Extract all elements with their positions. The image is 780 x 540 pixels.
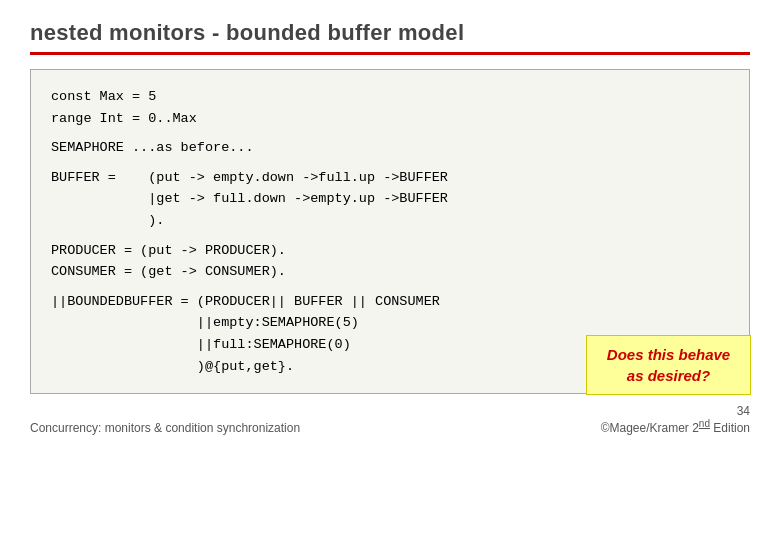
superscript-edition: nd bbox=[699, 418, 710, 429]
code-line-1: const Max = 5 bbox=[51, 86, 729, 108]
code-block: const Max = 5 range Int = 0..Max SEMAPHO… bbox=[30, 69, 750, 394]
red-divider bbox=[30, 52, 750, 55]
code-line-2: range Int = 0..Max bbox=[51, 108, 729, 130]
title-area: nested monitors - bounded buffer model bbox=[30, 20, 750, 55]
slide-container: nested monitors - bounded buffer model c… bbox=[0, 0, 780, 540]
code-line-4: BUFFER = (put -> empty.down ->full.up ->… bbox=[51, 167, 729, 189]
footer-row: Concurrency: monitors & condition synchr… bbox=[30, 404, 750, 435]
page-number: 34 bbox=[737, 404, 750, 418]
footer-credit: ©Magee/Kramer 2 bbox=[601, 421, 699, 435]
edition-super: nd bbox=[699, 418, 710, 429]
callout-box: Does this behave as desired? bbox=[586, 335, 751, 395]
code-line-5: |get -> full.down ->empty.up ->BUFFER bbox=[51, 188, 729, 210]
footer-edition: Edition bbox=[710, 421, 750, 435]
code-line-9: ||BOUNDEDBUFFER = (PRODUCER|| BUFFER || … bbox=[51, 291, 729, 313]
footer-right: 34 ©Magee/Kramer 2nd Edition bbox=[601, 404, 750, 435]
code-line-8: CONSUMER = (get -> CONSUMER). bbox=[51, 261, 729, 283]
slide-title: nested monitors - bounded buffer model bbox=[30, 20, 750, 46]
code-line-7: PRODUCER = (put -> PRODUCER). bbox=[51, 240, 729, 262]
code-line-6: ). bbox=[51, 210, 729, 232]
code-line-3: SEMAPHORE ...as before... bbox=[51, 137, 729, 159]
callout-text: Does this behave as desired? bbox=[607, 346, 730, 384]
footer-left: Concurrency: monitors & condition synchr… bbox=[30, 421, 300, 435]
code-line-10: ||empty:SEMAPHORE(5) bbox=[51, 312, 729, 334]
